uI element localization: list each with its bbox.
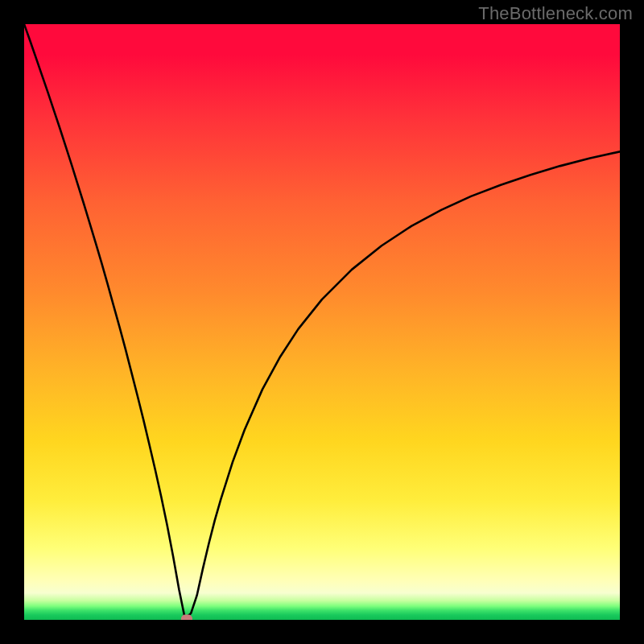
- plot-area: [24, 24, 620, 620]
- watermark-text: TheBottleneck.com: [478, 3, 633, 24]
- curve-svg: [24, 24, 620, 620]
- chart-frame: TheBottleneck.com: [0, 0, 644, 644]
- min-marker: [181, 615, 192, 620]
- bottleneck-curve: [24, 24, 620, 619]
